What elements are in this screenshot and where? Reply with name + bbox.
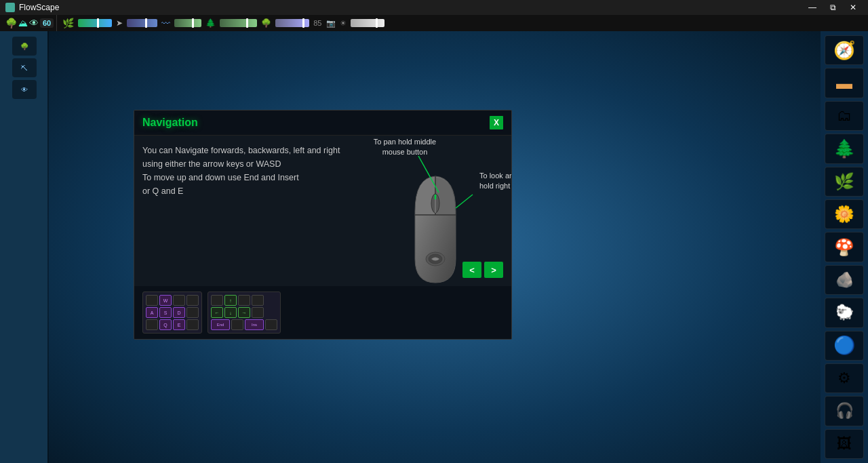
toolbar-bar-1[interactable] — [78, 19, 112, 27]
endins-row: End Ins — [211, 319, 277, 330]
toolbar-bar-5[interactable] — [275, 19, 309, 27]
sidebar-item-layers[interactable]: 🗂 — [825, 101, 864, 131]
sphere-icon: 🔵 — [833, 335, 855, 356]
next-button[interactable]: > — [484, 262, 503, 278]
photo-icon: 🖼 — [837, 435, 852, 453]
key-up[interactable]: ↑ — [224, 295, 237, 306]
sidebar-item-sphere[interactable]: 🔵 — [825, 331, 864, 361]
title-bar-left: FlowScape — [5, 3, 59, 12]
sidebar-item-animal[interactable]: 🐑 — [825, 298, 864, 327]
compass-icon: 🧭 — [833, 40, 855, 61]
mushroom-icon: 🍄 — [834, 238, 854, 257]
key-q[interactable]: Q — [159, 319, 172, 330]
dialog-close-button[interactable]: X — [490, 116, 503, 129]
toolbar-bar-2[interactable] — [127, 19, 157, 27]
sidebar-item-flower[interactable]: 🌼 — [825, 199, 864, 229]
sidebar-item-headphones[interactable]: 🎧 — [825, 396, 864, 426]
close-button[interactable]: ✕ — [844, 0, 863, 15]
toolbar-counter: 60 — [40, 18, 54, 28]
dialog-body: You can Navigate forwards, backwards, le… — [134, 136, 511, 286]
key-empty1 — [146, 295, 158, 306]
keyboard-area: W A S D Q E ↑ — [134, 286, 511, 339]
sidebar-item-mushroom[interactable]: 🍄 — [825, 232, 864, 262]
tree2-icon: 🌿 — [834, 172, 854, 191]
key-ins[interactable]: Ins — [245, 319, 264, 330]
minimize-button[interactable]: — — [803, 0, 822, 15]
sidebar-item-tree1[interactable]: 🌲 — [825, 134, 864, 163]
toolbar-bar-3[interactable] — [174, 19, 201, 27]
toolbar-wave-icon: 〰 — [161, 18, 170, 28]
key-left[interactable]: ← — [211, 307, 223, 318]
key-empty11 — [231, 319, 243, 330]
left-panel: 🌳 ⛏ 👁 — [0, 31, 49, 463]
prev-button[interactable]: < — [462, 262, 481, 278]
key-empty7 — [211, 295, 223, 306]
toolbar-mountain-icon: ⛰ — [18, 18, 28, 28]
key-empty12 — [265, 319, 277, 330]
terrain-icon: ▬ — [836, 74, 852, 93]
key-empty4 — [186, 307, 199, 318]
left-icon-3[interactable]: 👁 — [12, 80, 37, 99]
toolbar-tree-icon: 🌳 — [5, 18, 17, 28]
key-w[interactable]: W — [159, 295, 172, 306]
wasd-row-2: A S D — [146, 307, 199, 318]
key-s[interactable]: S — [159, 307, 172, 318]
key-right[interactable]: → — [238, 307, 250, 318]
wasd-key-group: W A S D Q E — [142, 291, 202, 334]
sidebar-item-rock[interactable]: 🪨 — [825, 265, 864, 295]
key-d[interactable]: D — [173, 307, 185, 318]
left-icon-1[interactable]: 🌳 — [12, 37, 37, 56]
nav-text-1: You can Navigate forwards, backwards, le… — [142, 144, 361, 157]
toolbar-arrow-icon: ➤ — [116, 18, 123, 28]
right-sidebar: 🧭 ▬ 🗂 🌲 🌿 🌼 🍄 🪨 🐑 🔵 ⚙ 🎧 🖼 — [821, 31, 868, 463]
arrow-row-1: ↑ — [211, 295, 277, 306]
arrow-key-group: ↑ ← ↓ → End Ins — [208, 291, 281, 334]
toolbar-icon-img: 📷 — [326, 19, 336, 28]
nav-buttons: < > — [462, 262, 503, 278]
key-e[interactable]: E — [173, 319, 185, 330]
toolbar-forest-icon: 🌳 — [261, 18, 271, 28]
dialog-right-panel: To pan hold middle mouse button To look … — [368, 144, 503, 278]
sidebar-item-photo[interactable]: 🖼 — [825, 429, 864, 459]
wasd-row-1: W — [146, 295, 199, 306]
key-a[interactable]: A — [146, 307, 158, 318]
key-empty2 — [173, 295, 185, 306]
flower-icon: 🌼 — [834, 205, 854, 224]
mouse-svg — [401, 171, 469, 286]
dialog-title: Navigation — [142, 117, 198, 129]
app-icon — [5, 3, 15, 12]
key-empty8 — [238, 295, 250, 306]
toolbar-tree2-icon: 🌲 — [205, 18, 216, 28]
key-end[interactable]: End — [211, 319, 230, 330]
key-down[interactable]: ↓ — [224, 307, 237, 318]
layers-icon: 🗂 — [837, 107, 852, 125]
toolbar-bar-4[interactable] — [220, 19, 257, 27]
toolbar-bar-6[interactable] — [351, 19, 384, 27]
restore-button[interactable]: ⧉ — [823, 0, 842, 15]
qe-row: Q E — [146, 319, 199, 330]
look-annotation: To look around hold right mouse button — [479, 171, 512, 192]
animal-icon: 🐑 — [835, 304, 854, 321]
key-empty3 — [186, 295, 199, 306]
sidebar-item-compass[interactable]: 🧭 — [825, 35, 864, 65]
sidebar-item-terrain[interactable]: ▬ — [825, 68, 864, 98]
top-toolbar: 🌳 ⛰ 👁 60 🌿 ➤ 〰 🌲 🌳 85 📷 ☀ — [0, 15, 868, 31]
sidebar-item-tree2[interactable]: 🌿 — [825, 167, 864, 197]
nav-text-4: or Q and E — [142, 184, 361, 198]
toolbar-nature-icon: 🌿 — [62, 18, 74, 28]
key-empty6 — [186, 319, 199, 330]
toolbar-icon-sun: ☀ — [340, 19, 347, 28]
gear-icon: ⚙ — [837, 369, 851, 387]
left-icon-2[interactable]: ⛏ — [12, 58, 37, 77]
dialog-left-panel: You can Navigate forwards, backwards, le… — [142, 144, 361, 278]
toolbar-bars: 🌿 ➤ 〰 🌲 🌳 85 📷 ☀ — [57, 18, 865, 28]
sidebar-item-gear[interactable]: ⚙ — [825, 363, 864, 393]
title-bar: FlowScape — ⧉ ✕ — [0, 0, 868, 15]
dialog-header: Navigation X — [134, 110, 511, 136]
app-title: FlowScape — [19, 3, 59, 12]
nav-text-3: To move up and down use End and Insert — [142, 171, 361, 184]
toolbar-segment-1: 🌳 ⛰ 👁 60 — [3, 15, 57, 31]
key-empty9 — [252, 295, 264, 306]
headphones-icon: 🎧 — [835, 402, 854, 420]
tree1-icon: 🌲 — [833, 138, 855, 159]
